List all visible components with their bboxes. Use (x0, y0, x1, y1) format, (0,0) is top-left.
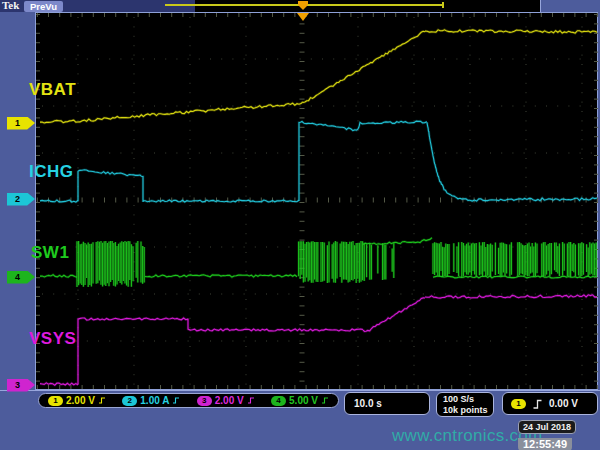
datetime-box: 24 Jul 2018 12:55:49 (518, 420, 576, 450)
trace-ichg (299, 121, 427, 201)
channel-badge-4: 4 (271, 396, 286, 406)
waveform-canvas (35, 12, 598, 390)
trigger-level-value: 0.00 V (549, 398, 578, 409)
trace-sw1-glow (367, 243, 394, 280)
channel-scale-2: 1.00 A (140, 395, 169, 406)
channel-badge-1: 1 (48, 396, 63, 406)
sample-rate-value: 100 S/s (443, 394, 493, 405)
time-value: 12:55:49 (518, 438, 572, 450)
channel-readout-strip: 1 2.00 V 2 1.00 A 3 2.00 V 4 5.00 V (38, 393, 339, 408)
trace-vsys-glow (78, 318, 188, 385)
channel-readout-1: 1 2.00 V (48, 395, 106, 406)
channel-readout-4: 4 5.00 V (271, 395, 329, 406)
trace-vbat-glow (40, 102, 303, 123)
top-bar: Tek PreVu (0, 0, 600, 12)
bandwidth-icon (98, 396, 106, 405)
top-bar-right-panel (540, 0, 600, 12)
bandwidth-icon (247, 396, 255, 405)
trigger-position-marker (297, 13, 309, 21)
trigger-rising-slope-icon (532, 398, 543, 410)
channel-scale-3: 2.00 V (215, 395, 244, 406)
timebase-value: 10.0 s (354, 398, 382, 409)
acquisition-box: 100 S/s 10k points (436, 392, 494, 417)
trace-ichg-glow (427, 122, 470, 200)
trace-ichg-glow (299, 121, 427, 201)
timebase-box: 10.0 s (344, 392, 430, 415)
acquisition-status-badge: PreVu (24, 1, 63, 12)
channel-badge-3: 3 (197, 396, 212, 406)
status-bar: 1 2.00 V 2 1.00 A 3 2.00 V 4 5.00 V 10.0… (0, 390, 600, 450)
trigger-source-badge: 1 (511, 399, 526, 409)
channel-label-vbat: VBAT (29, 80, 76, 100)
channel-label-ichg: ICHG (29, 162, 74, 182)
channel-readout-3: 3 2.00 V (197, 395, 255, 406)
channel-badge-2: 2 (122, 396, 137, 406)
trigger-box: 1 0.00 V (502, 392, 598, 415)
oscilloscope-screen: Tek PreVu 1 2.00 V 2 1.00 A 3 2.00 V 4 (0, 0, 600, 450)
record-length-value: 10k points (443, 405, 493, 416)
channel-readout-2: 2 1.00 A (122, 395, 180, 406)
channel-scale-1: 2.00 V (66, 395, 95, 406)
bandwidth-icon (321, 396, 329, 405)
tek-logo: Tek (2, 0, 19, 11)
record-view-strip (195, 0, 540, 12)
record-end-bracket (442, 2, 444, 8)
trace-vsys (78, 318, 188, 385)
channel-label-vsys: VSYS (29, 329, 76, 349)
bandwidth-icon (172, 396, 180, 405)
date-value: 24 Jul 2018 (518, 420, 576, 434)
channel-label-sw1: SW1 (31, 243, 69, 263)
channel-scale-4: 5.00 V (289, 395, 318, 406)
trace-sw1 (363, 238, 432, 245)
